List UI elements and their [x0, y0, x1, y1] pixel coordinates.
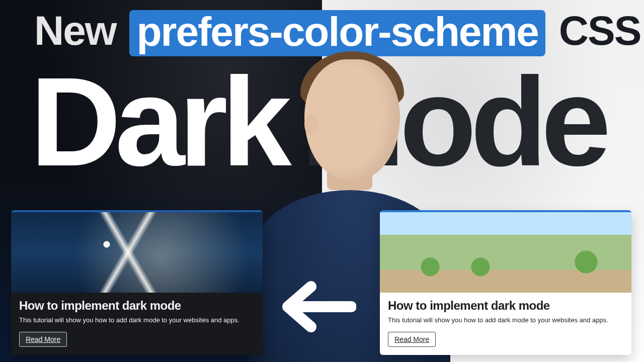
card-light-read-more-button[interactable]: Read More [388, 332, 436, 347]
headline-word-dark: Dark [30, 52, 286, 192]
card-dark-title: How to implement dark mode [19, 299, 255, 313]
headline-tag-prefers-color-scheme: prefers-color-scheme [129, 10, 545, 56]
headline-word-new: New [34, 8, 116, 53]
preview-card-dark: How to implement dark mode This tutorial… [11, 210, 263, 355]
card-light-description: This tutorial will show you how to add d… [388, 316, 623, 325]
card-dark-description: This tutorial will show you how to add d… [19, 316, 255, 325]
headline-line-2: DarkMode [30, 59, 605, 185]
preview-card-light: How to implement dark mode This tutorial… [380, 210, 631, 355]
card-light-title: How to implement dark mode [388, 299, 623, 313]
headline-word-mode: Mode [301, 52, 605, 192]
headline-word-css: CSS [559, 8, 641, 53]
card-dark-read-more-button[interactable]: Read More [19, 332, 67, 347]
headline-line-1: New prefers-color-scheme CSS [34, 9, 640, 55]
card-dark-thumbnail [11, 212, 263, 293]
thumbnail-stage: New prefers-color-scheme CSS DarkMode Ho… [0, 0, 644, 362]
card-light-thumbnail [380, 212, 631, 293]
arrow-left-icon [276, 279, 356, 334]
